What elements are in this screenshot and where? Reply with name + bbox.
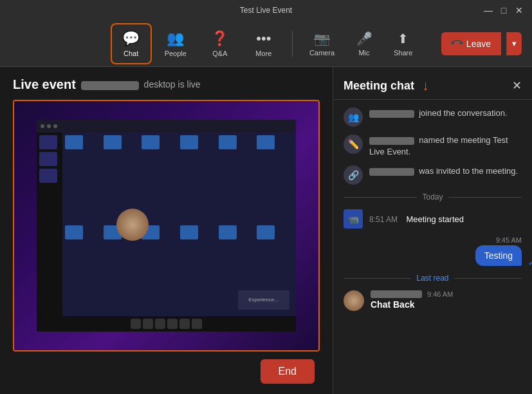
last-read-label: Last read bbox=[416, 274, 448, 283]
leave-label: Leave bbox=[466, 39, 491, 49]
nav-people-label: People bbox=[165, 50, 187, 57]
video-container: Experience... bbox=[13, 100, 320, 352]
mic-label: Mic bbox=[358, 49, 369, 57]
toolbar: 💬 Chat 👥 People ❓ Q&A ••• More 📷 Camera … bbox=[0, 21, 532, 67]
sent-check-icon: ✓ bbox=[527, 256, 532, 268]
share-label: Share bbox=[394, 49, 412, 57]
last-read-divider: Last read bbox=[344, 274, 522, 283]
sent-time: 9:45 AM bbox=[496, 236, 522, 244]
mic-icon: 🎤 bbox=[356, 31, 372, 46]
meeting-start-time: 8:51 AM bbox=[369, 215, 398, 224]
join-icon: 👥 bbox=[344, 108, 363, 127]
close-chat-button[interactable]: ✕ bbox=[512, 79, 522, 93]
incoming-content: 9:46 AM Chat Back bbox=[371, 290, 453, 310]
invite-icon: 🔗 bbox=[344, 165, 363, 185]
chat-messages: 👥 joined the conversation. ✏️ named the … bbox=[333, 100, 532, 394]
system-message-named: ✏️ named the meeting Test Live Event. bbox=[344, 135, 522, 158]
incoming-text: Chat Back bbox=[371, 299, 453, 310]
desktop-body: Experience... bbox=[37, 133, 295, 316]
maximize-button[interactable]: □ bbox=[499, 5, 509, 15]
meeting-start-text: Meeting started bbox=[406, 214, 464, 224]
phone-icon: 📞 bbox=[450, 36, 464, 51]
desktop-taskbar bbox=[37, 120, 295, 133]
live-event-header: Live event desktop is live bbox=[13, 77, 320, 92]
live-status: desktop is live bbox=[81, 79, 201, 89]
camera-icon: 📷 bbox=[314, 31, 330, 46]
edit-icon: ✏️ bbox=[344, 135, 363, 154]
join-text: joined the conversation. bbox=[369, 108, 508, 119]
presenter-name bbox=[81, 81, 139, 90]
blurred-user-2 bbox=[369, 137, 414, 145]
blurred-user-3 bbox=[369, 168, 414, 176]
end-btn-container: End bbox=[13, 359, 320, 384]
chat-title-group: Meeting chat ↓ bbox=[344, 77, 429, 94]
incoming-message: 9:46 AM Chat Back bbox=[344, 290, 522, 311]
system-message-joined: 👥 joined the conversation. bbox=[344, 108, 522, 127]
chat-panel: Meeting chat ↓ ✕ 👥 joined the conversati… bbox=[333, 67, 532, 394]
divider-line-right bbox=[448, 197, 522, 198]
close-button[interactable]: ✕ bbox=[514, 5, 524, 15]
today-divider: Today bbox=[344, 192, 522, 202]
leave-dropdown-button[interactable]: ▾ bbox=[506, 32, 522, 55]
desktop-mockup: Experience... bbox=[37, 120, 295, 332]
qa-icon: ❓ bbox=[211, 30, 228, 47]
nav-chat-label: Chat bbox=[124, 50, 138, 57]
incoming-meta: 9:46 AM bbox=[371, 290, 453, 298]
invited-text: was invited to the meeting. bbox=[369, 165, 518, 177]
video-screen: Experience... bbox=[14, 101, 318, 350]
nav-items: 💬 Chat 👥 People ❓ Q&A ••• More 📷 Camera … bbox=[111, 23, 422, 64]
title-bar-title: Test Live Event bbox=[240, 6, 292, 15]
system-message-invited: 🔗 was invited to the meeting. bbox=[344, 165, 522, 185]
camera-button[interactable]: 📷 Camera bbox=[300, 27, 344, 61]
chat-header: Meeting chat ↓ ✕ bbox=[333, 67, 532, 100]
nav-people-button[interactable]: 👥 People bbox=[154, 23, 197, 64]
nav-chat-button[interactable]: 💬 Chat bbox=[111, 23, 152, 64]
last-read-line-right bbox=[454, 278, 522, 279]
left-panel: Live event desktop is live bbox=[0, 67, 333, 394]
sender-avatar bbox=[344, 290, 364, 311]
nav-qa-button[interactable]: ❓ Q&A bbox=[199, 23, 241, 64]
leave-controls: 📞 Leave ▾ bbox=[441, 32, 522, 55]
desktop-content: Experience... bbox=[62, 133, 295, 316]
divider-line-left bbox=[344, 197, 417, 198]
minimize-button[interactable]: — bbox=[483, 5, 493, 15]
nav-more-button[interactable]: ••• More bbox=[243, 23, 284, 64]
share-button[interactable]: ⬆ Share bbox=[385, 27, 421, 61]
meeting-chat-title: Meeting chat bbox=[344, 79, 414, 93]
camera-label: Camera bbox=[309, 49, 335, 57]
named-text: named the meeting Test Live Event. bbox=[369, 135, 522, 158]
blurred-user-1 bbox=[369, 110, 414, 118]
chevron-down-icon: ▾ bbox=[512, 39, 517, 48]
today-label: Today bbox=[422, 192, 443, 202]
end-button[interactable]: End bbox=[261, 359, 315, 384]
toolbar-divider bbox=[292, 31, 293, 57]
incoming-time: 9:46 AM bbox=[427, 290, 453, 298]
meeting-started-message: 📹 8:51 AM Meeting started bbox=[344, 209, 522, 229]
desktop-sidebar bbox=[37, 133, 62, 316]
presenter-avatar bbox=[116, 209, 149, 241]
people-icon: 👥 bbox=[167, 30, 184, 47]
title-bar-controls: — □ ✕ bbox=[483, 5, 524, 15]
desktop-bottom-bar bbox=[37, 316, 295, 332]
video-start-icon: 📹 bbox=[344, 209, 363, 229]
blurred-sender-name bbox=[371, 290, 422, 298]
live-event-title: Live event bbox=[13, 77, 76, 92]
desktop-floating-panel: Experience... bbox=[238, 290, 289, 310]
more-icon: ••• bbox=[256, 30, 271, 47]
sent-text: Testing bbox=[484, 250, 513, 261]
arrow-down-icon: ↓ bbox=[422, 77, 429, 94]
title-bar: Test Live Event — □ ✕ bbox=[0, 0, 532, 21]
last-read-line-left bbox=[344, 278, 411, 279]
meeting-started-content: 8:51 AM Meeting started bbox=[369, 213, 464, 225]
sent-message: 9:45 AM Testing ✓ bbox=[344, 236, 522, 266]
chat-icon: 💬 bbox=[122, 30, 140, 47]
nav-qa-label: Q&A bbox=[212, 50, 227, 57]
nav-more-label: More bbox=[255, 50, 271, 57]
mic-button[interactable]: 🎤 Mic bbox=[346, 27, 382, 61]
share-icon: ⬆ bbox=[398, 31, 408, 46]
sent-bubble: Testing bbox=[475, 245, 522, 266]
main-layout: Live event desktop is live bbox=[0, 67, 532, 394]
leave-button[interactable]: 📞 Leave bbox=[441, 32, 501, 55]
